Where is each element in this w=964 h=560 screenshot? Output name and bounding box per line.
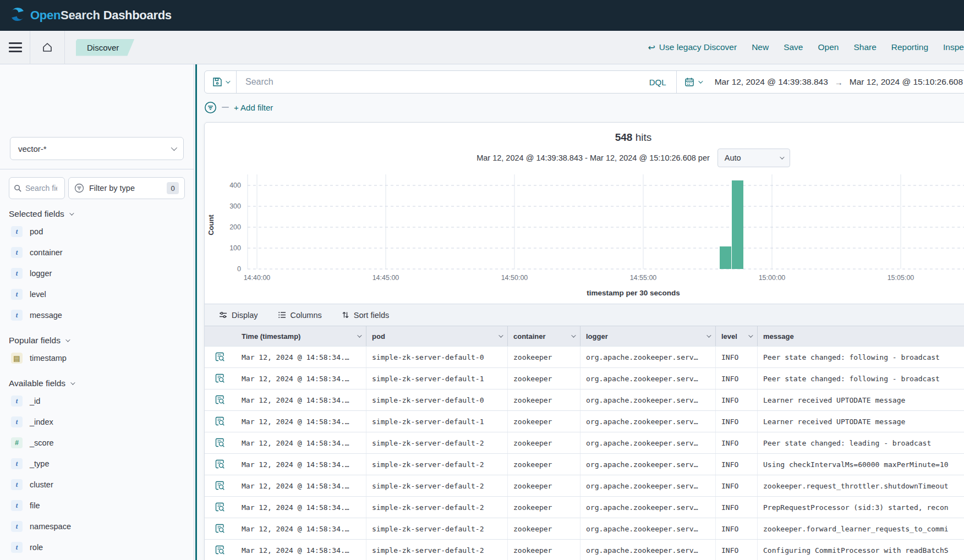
filter-by-type-button[interactable]: Filter by type 0 [68, 177, 185, 199]
row-cell-time[interactable]: Mar 12, 2024 @ 14:58:34.… [236, 540, 366, 560]
row-cell-pod[interactable]: simple-zk-server-default-2 [366, 432, 508, 453]
field-item[interactable]: t logger [9, 263, 185, 284]
column-header-container[interactable]: container [508, 326, 580, 346]
field-item[interactable]: # _score [9, 432, 185, 453]
row-cell-logger[interactable]: org.apache.zookeeper.serv… [580, 540, 716, 560]
row-cell-message[interactable]: zookeeper.request_throttler.shutdownTime… [758, 475, 964, 496]
row-cell-level[interactable]: INFO [716, 475, 758, 496]
row-cell-pod[interactable]: simple-zk-server-default-1 [366, 411, 508, 432]
inspect-document-icon[interactable] [215, 545, 226, 556]
row-cell-pod[interactable]: simple-zk-server-default-2 [366, 497, 508, 518]
row-cell-level[interactable]: INFO [716, 497, 758, 518]
row-cell-pod[interactable]: simple-zk-server-default-2 [366, 540, 508, 560]
row-cell-container[interactable]: zookeeper [508, 518, 580, 539]
inspect-document-icon[interactable] [215, 524, 226, 534]
row-cell-level[interactable]: INFO [716, 347, 758, 367]
row-cell-logger[interactable]: org.apache.zookeeper.serv… [580, 368, 716, 389]
field-search-input[interactable] [25, 184, 57, 193]
index-pattern-select[interactable]: vector-* [10, 137, 184, 160]
row-cell-level[interactable]: INFO [716, 368, 758, 389]
row-cell-logger[interactable]: org.apache.zookeeper.serv… [580, 518, 716, 539]
row-cell-pod[interactable]: simple-zk-server-default-2 [366, 475, 508, 496]
available-fields-heading[interactable]: Available fields [9, 378, 185, 388]
row-cell-time[interactable]: Mar 12, 2024 @ 14:58:34.… [236, 368, 366, 389]
row-cell-container[interactable]: zookeeper [508, 497, 580, 518]
selected-fields-heading[interactable]: Selected fields [9, 209, 185, 219]
add-filter-button[interactable]: + Add filter [234, 103, 273, 112]
row-cell-container[interactable]: zookeeper [508, 540, 580, 560]
inspect-document-icon[interactable] [215, 352, 226, 363]
row-cell-container[interactable]: zookeeper [508, 411, 580, 432]
row-cell-message[interactable]: Peer state changed: leading - broadcast [758, 432, 964, 453]
row-cell-pod[interactable]: simple-zk-server-default-0 [366, 389, 508, 410]
row-cell-container[interactable]: zookeeper [508, 368, 580, 389]
breadcrumb[interactable]: Discover [76, 39, 134, 56]
row-cell-message[interactable]: Configuring CommitProcessor with readBat… [758, 540, 964, 560]
field-item[interactable]: t role [9, 537, 185, 558]
row-cell-container[interactable]: zookeeper [508, 475, 580, 496]
nav-menu-item[interactable]: New [752, 42, 769, 52]
field-item[interactable]: t _type [9, 453, 185, 474]
field-item[interactable]: t file [9, 495, 185, 516]
row-cell-message[interactable]: Learner received UPTODATE message [758, 411, 964, 432]
column-header-logger[interactable]: logger [580, 326, 716, 346]
row-cell-pod[interactable]: simple-zk-server-default-2 [366, 454, 508, 475]
row-cell-logger[interactable]: org.apache.zookeeper.serv… [580, 497, 716, 518]
row-cell-time[interactable]: Mar 12, 2024 @ 14:58:34.… [236, 497, 366, 518]
column-header-pod[interactable]: pod [366, 326, 508, 346]
row-cell-logger[interactable]: org.apache.zookeeper.serv… [580, 389, 716, 410]
field-item[interactable]: t container [9, 242, 185, 263]
row-cell-container[interactable]: zookeeper [508, 347, 580, 367]
row-cell-logger[interactable]: org.apache.zookeeper.serv… [580, 432, 716, 453]
row-cell-message[interactable]: Using checkIntervalMs=60000 maxPerMinute… [758, 454, 964, 475]
row-cell-pod[interactable]: simple-zk-server-default-0 [366, 347, 508, 367]
nav-menu-item[interactable]: Reporting [891, 42, 928, 52]
filter-circle-icon[interactable] [204, 101, 217, 114]
row-cell-level[interactable]: INFO [716, 540, 758, 560]
row-cell-container[interactable]: zookeeper [508, 432, 580, 453]
row-cell-level[interactable]: INFO [716, 411, 758, 432]
row-cell-logger[interactable]: org.apache.zookeeper.serv… [580, 475, 716, 496]
inspect-document-icon[interactable] [215, 481, 226, 491]
field-item[interactable]: t cluster [9, 474, 185, 495]
row-cell-pod[interactable]: simple-zk-server-default-1 [366, 368, 508, 389]
row-cell-time[interactable]: Mar 12, 2024 @ 14:58:34.… [236, 347, 366, 367]
inspect-document-icon[interactable] [215, 416, 226, 427]
display-button[interactable]: Display [219, 311, 258, 320]
menu-icon[interactable] [9, 42, 22, 52]
row-cell-time[interactable]: Mar 12, 2024 @ 14:58:34.… [236, 432, 366, 453]
row-cell-message[interactable]: zookeeper.forward_learner_requests_to_co… [758, 518, 964, 539]
inspect-document-icon[interactable] [215, 438, 226, 448]
field-item[interactable]: t namespace [9, 516, 185, 537]
sort-fields-button[interactable]: Sort fields [342, 311, 389, 320]
field-item[interactable]: t message [9, 305, 185, 326]
row-cell-level[interactable]: INFO [716, 432, 758, 453]
column-header-message[interactable]: message [758, 326, 964, 346]
column-header-time[interactable]: Time (timestamp) [236, 326, 366, 346]
nav-menu-item[interactable]: Share [853, 42, 876, 52]
field-item[interactable]: t _index [9, 411, 185, 432]
row-cell-time[interactable]: Mar 12, 2024 @ 14:58:34.… [236, 518, 366, 539]
row-cell-message[interactable]: Peer state changed: following - broadcas… [758, 347, 964, 367]
field-item[interactable]: t _id [9, 391, 185, 411]
popular-fields-heading[interactable]: Popular fields [9, 336, 185, 345]
date-range-start[interactable]: Mar 12, 2024 @ 14:39:38.843 [715, 77, 828, 87]
interval-select[interactable]: Auto [717, 149, 790, 167]
row-cell-level[interactable]: INFO [716, 518, 758, 539]
row-cell-time[interactable]: Mar 12, 2024 @ 14:58:34.… [236, 389, 366, 410]
field-item[interactable]: t level [9, 284, 185, 305]
inspect-document-icon[interactable] [215, 395, 226, 405]
row-cell-time[interactable]: Mar 12, 2024 @ 14:58:34.… [236, 411, 366, 432]
columns-button[interactable]: Columns [278, 311, 322, 320]
row-cell-time[interactable]: Mar 12, 2024 @ 14:58:34.… [236, 475, 366, 496]
row-cell-message[interactable]: Learner received UPTODATE message [758, 389, 964, 410]
row-cell-logger[interactable]: org.apache.zookeeper.serv… [580, 347, 716, 367]
field-item[interactable]: ▤ timestamp [9, 348, 185, 369]
row-cell-level[interactable]: INFO [716, 454, 758, 475]
row-cell-pod[interactable]: simple-zk-server-default-2 [366, 518, 508, 539]
opensearch-logo[interactable]: OpenSearchDashboards [10, 7, 172, 24]
date-range-end[interactable]: Mar 12, 2024 @ 15:10:26.608 [850, 77, 963, 87]
nav-menu-item[interactable]: Save [784, 42, 803, 52]
nav-menu-item[interactable]: Open [818, 42, 839, 52]
row-cell-container[interactable]: zookeeper [508, 389, 580, 410]
